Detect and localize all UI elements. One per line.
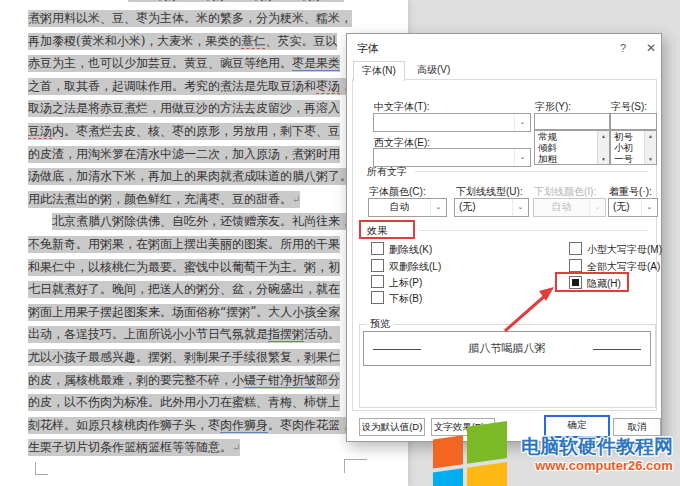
chevron-down-icon[interactable]: ⌄	[430, 199, 446, 216]
checkbox-label: 小型大写字母(M)	[587, 244, 662, 255]
preview-group-label: 预览	[366, 317, 394, 331]
font-size-list[interactable]: 初号小初一号▲▼	[610, 130, 657, 165]
effect-checkbox-上标[interactable]: 上标(P)	[371, 275, 422, 288]
preview-sample-text: 腊八节喝腊八粥	[364, 341, 650, 356]
scrollbar[interactable]: ▲▼	[644, 131, 656, 164]
checkbox-icon[interactable]	[371, 291, 384, 304]
effect-checkbox-全部大写字母[interactable]: 全部大写字母(A)	[569, 259, 660, 272]
checkbox-icon[interactable]	[371, 242, 384, 255]
checkbox-icon[interactable]	[371, 259, 384, 272]
logo-yellow-pane	[467, 462, 507, 486]
chevron-down-icon[interactable]: ⌄	[641, 199, 657, 216]
scrollbar[interactable]: ▲▼	[597, 131, 609, 164]
doc-line[interactable]: 煮粥用料以米、豆、枣为主体。米的繁多，分为粳米、糯米，	[28, 7, 358, 30]
checkbox-icon[interactable]	[371, 275, 384, 288]
set-as-default-button[interactable]: 设为默认值(D)	[359, 418, 425, 436]
checkbox-icon[interactable]	[569, 259, 582, 272]
chinese-font-label: 中文字体(T):	[374, 100, 430, 114]
doc-line[interactable]: 的皮，以不伤肉为标准。此外用小刀在蜜糕、青梅、柿饼上	[28, 391, 358, 414]
document-text-area[interactable]: 米豆枣粥米豆枣粥米豆枣粥米豆枣粥米豆煮粥用料以米、豆、枣为主体。米的繁多，分为粳…	[28, 0, 358, 486]
doc-line[interactable]: 取汤之法是将赤豆煮烂，用做豆沙的方法去皮留沙，再溶入	[28, 97, 358, 120]
underline-style-combo[interactable]: (无) ⌄	[454, 198, 529, 217]
all-text-group-label: 所有文字	[367, 165, 407, 179]
doc-line[interactable]: 七日就煮好了。晚间，把送人的粥分、盆，分碗盛出，就在	[28, 278, 358, 301]
close-icon[interactable]: ✕	[643, 40, 659, 56]
dialog-title: 字体	[357, 41, 379, 56]
font-size-field[interactable]	[610, 113, 657, 130]
doc-line[interactable]: 不免新奇。用粥果，在粥面上摆出美丽的图案。所用的干果	[28, 233, 358, 256]
doc-text: 汤做底，加清水下米，再加上的果肉就煮成味道的腊八粥了。	[28, 169, 352, 183]
chevron-down-icon[interactable]: ⌄	[514, 149, 530, 166]
doc-text: 粥面上用果子摆起图案来。场面俗称“摆粥”。大人小孩全家	[28, 305, 340, 319]
doc-line[interactable]: 出动，各逞技巧。上面所说小小节日气氛就是指摆粥活动。	[28, 323, 358, 346]
doc-line[interactable]: 再加黍稷(黄米和小米)，大麦米，果类的薏仁、芡实。豆以	[28, 30, 358, 53]
effect-checkbox-下标[interactable]: 下标(B)	[371, 291, 422, 304]
chinese-font-combo[interactable]: ⌄	[373, 113, 531, 132]
highlight-rect-hidden	[555, 272, 629, 292]
chevron-down-icon[interactable]: ⌄	[514, 114, 530, 131]
underline-color-combo: 自动 ⌄	[533, 198, 606, 217]
windows-logo-icon	[433, 421, 511, 486]
doc-text: 出动，各逞技巧。上面所说小小节日气氛就是	[28, 327, 268, 341]
doc-line-clipped[interactable]: 米豆枣粥米豆枣粥米豆枣粥米豆枣粥米豆	[128, 0, 373, 6]
chevron-down-icon: ⌄	[589, 199, 605, 216]
checkbox-label: 双删除线(L)	[389, 261, 441, 272]
scroll-down-icon[interactable]: ▼	[598, 154, 609, 164]
doc-line[interactable]: 的皮，属核桃最难，剥的要完整不碎，小镊子钳净折皱部分	[28, 369, 358, 392]
doc-line[interactable]: 用此法煮出的粥，颜色鲜红，充满枣、豆的甜香。↵	[28, 188, 358, 211]
doc-underlined-phrase: 豆汤	[28, 124, 52, 139]
effect-checkbox-删除线[interactable]: 删除线(K)	[371, 242, 432, 255]
scroll-down-icon[interactable]: ▼	[645, 154, 656, 164]
doc-line[interactable]: 之首，取其香，起调味作用。考究的煮法是先取豆汤和枣汤，	[28, 75, 358, 98]
doc-text: 生栗子切片切条作篮柄篮框等等随意。	[28, 440, 232, 454]
logo-blue-pane	[433, 468, 463, 486]
doc-text: 再加黍稷(黄米和小米)，大麦米，果类的	[28, 34, 241, 48]
doc-line[interactable]: 的皮渣，用淘米箩在清水中滤一二次，加入原汤，煮粥时用	[28, 143, 358, 166]
doc-line[interactable]: 汤做底，加清水下米，再加上的果肉就煮成味道的腊八粥了。	[28, 165, 358, 188]
highlight-rect-effects	[359, 220, 415, 239]
effect-checkbox-双删除线[interactable]: 双删除线(L)	[371, 259, 441, 272]
group-divider	[415, 171, 648, 172]
doc-line[interactable]: 刻花样。如原只核桃肉作狮子头，枣肉作狮身。枣肉作花篮，	[28, 414, 358, 437]
underline-style-value: (无)	[455, 199, 512, 216]
scroll-up-icon[interactable]: ▲	[598, 131, 609, 141]
help-icon[interactable]: ?	[615, 40, 631, 56]
scroll-up-icon[interactable]: ▲	[645, 131, 656, 141]
doc-line[interactable]: 粥面上用果子摆起图案来。场面俗称“摆粥”。大人小孩全家	[28, 301, 358, 324]
group-divider	[419, 230, 648, 231]
western-font-value	[374, 149, 514, 166]
font-style-list[interactable]: 常规倾斜加粗▲▼	[534, 130, 610, 165]
logo-green-pane	[467, 421, 507, 464]
font-color-label: 字体颜色(C):	[369, 185, 426, 199]
emphasis-mark-value: (无)	[609, 199, 641, 216]
doc-line[interactable]: 生栗子切片切条作篮柄篮框等等随意。↵	[28, 436, 358, 459]
paragraph-mark-icon: ↵	[232, 442, 240, 453]
font-color-combo[interactable]: 自动 ⌄	[368, 198, 447, 217]
doc-text: 赤豆为主，也可以少加芸豆。黄豆、豌豆等绝用。	[28, 56, 292, 70]
doc-line[interactable]: 北京煮腊八粥除供佛、自吃外，还馈赠亲友。礼尚往来，	[28, 210, 382, 233]
doc-text: 的皮，属核桃最难，剥的要完整不碎，小	[28, 373, 244, 387]
checkbox-label: 删除线(K)	[389, 244, 432, 255]
doc-line[interactable]: 赤豆为主，也可以少加芸豆。黄豆、豌豆等绝用。枣是果类	[28, 52, 358, 75]
doc-line[interactable]: 和果仁中，以核桃仁为最要。蜜饯中以葡萄干为主。粥，初	[28, 256, 358, 279]
font-style-field[interactable]	[534, 113, 610, 130]
doc-text: 七日就煮好了。晚间，把送人的粥分、盆，分碗盛出，就在	[28, 282, 340, 296]
chevron-down-icon[interactable]: ⌄	[512, 199, 528, 216]
effect-checkbox-小型大写字母[interactable]: 小型大写字母(M)	[569, 242, 662, 255]
emphasis-mark-combo[interactable]: (无) ⌄	[608, 198, 658, 217]
doc-line[interactable]: 豆汤内。枣煮烂去皮、核、枣的原形，另放用，剩下枣、豆	[28, 120, 358, 143]
doc-underlined-phrase: 指摆粥	[268, 327, 304, 342]
tab-advanced[interactable]: 高级(V)	[409, 61, 458, 79]
paragraph-mark-icon: ↵	[292, 194, 300, 205]
doc-text: 煮粥用料以米、豆、枣为主体。米的繁多，分为粳米、糯米，	[28, 11, 352, 25]
doc-text: 的皮渣，用淘米箩在清水中滤一二次，加入原汤，煮粥时用	[28, 147, 340, 161]
doc-text: 和果仁中，以核桃仁为最要。蜜饯中以葡萄干为主。粥，初	[28, 260, 340, 274]
doc-text: 尤以小孩子最感兴趣。摆粥、剥制果子手续很繁复，剥果仁	[28, 350, 340, 364]
doc-underlined-phrase: 镊子钳净折皱	[244, 373, 316, 388]
doc-underlined-phrase: 枣汤	[316, 79, 340, 94]
tab-font[interactable]: 字体(N)	[353, 61, 405, 81]
doc-text: 北京煮腊八粥除供佛、自吃外，还馈赠亲友。礼尚往来，	[52, 214, 352, 228]
checkbox-icon[interactable]	[569, 242, 582, 255]
doc-line[interactable]: 尤以小孩子最感兴趣。摆粥、剥制果子手续很繁复，剥果仁	[28, 346, 358, 369]
doc-text: 。枣肉作花篮，	[268, 418, 352, 432]
